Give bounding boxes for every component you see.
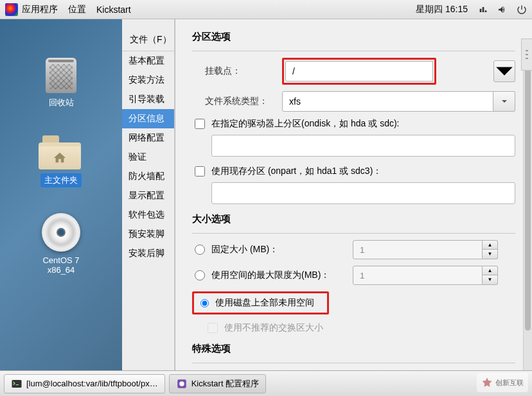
desktop-icon-disc[interactable]: CentOS 7 x86_64 — [29, 213, 93, 275]
radio-fixed[interactable] — [195, 245, 205, 255]
chevron-down-icon — [494, 61, 515, 82]
row-fixed: 固定大小 (MB)： ▲ ▼ — [192, 240, 515, 259]
mount-dropdown-button[interactable] — [493, 60, 515, 82]
disc-icon — [42, 213, 80, 252]
watermark-text: 创新互联 — [495, 378, 524, 388]
nav-list: 基本配置 安装方法 引导装载 分区信息 网络配置 验证 防火墙配 显示配置 软件… — [122, 51, 174, 263]
folder-icon — [39, 134, 84, 169]
task-kickstart[interactable]: Kickstart 配置程序 — [169, 374, 266, 393]
row-fs: 文件系统类型： — [192, 91, 515, 112]
fixed-spin-down[interactable]: ▼ — [483, 250, 498, 259]
row-mount: 挂载点： — [192, 58, 515, 85]
chk-ondisk[interactable] — [195, 119, 205, 129]
svg-rect-3 — [12, 380, 22, 388]
file-menu[interactable]: 文件（F） — [122, 19, 174, 51]
taskbar: [lum@localhost:var/lib/tftpboot/px… Kick… — [0, 370, 532, 396]
home-icon — [53, 151, 67, 165]
max-spin-down[interactable]: ▼ — [483, 275, 498, 285]
power-icon[interactable] — [517, 4, 527, 15]
task-terminal-label: [lum@localhost:var/lib/tftpboot/px… — [26, 379, 158, 388]
highlight-mount — [282, 58, 436, 85]
menu-applications[interactable]: 应用程序 — [22, 4, 58, 15]
trash-icon — [46, 58, 76, 93]
nav-basic[interactable]: 基本配置 — [122, 51, 174, 71]
top-panel: 应用程序 位置 Kickstart 星期四 16:15 — [0, 0, 532, 19]
onpart-input[interactable] — [211, 182, 515, 204]
scroll-thumb[interactable] — [525, 48, 531, 331]
nav-prescript[interactable]: 预安装脚 — [122, 225, 174, 244]
task-terminal[interactable]: [lum@localhost:var/lib/tftpboot/px… — [4, 374, 165, 393]
activities-icon[interactable] — [5, 3, 18, 16]
section-size-title: 大小选项 — [192, 213, 515, 225]
watermark-icon — [481, 377, 493, 388]
network-icon[interactable] — [478, 4, 488, 15]
nav-display[interactable]: 显示配置 — [122, 186, 174, 205]
fixed-spin-up[interactable]: ▲ — [483, 240, 498, 250]
nav-partition[interactable]: 分区信息 — [122, 109, 174, 128]
highlight-all-space: 使用磁盘上全部未用空间 — [192, 291, 329, 314]
home-label: 主文件夹 — [40, 173, 82, 187]
terminal-icon — [11, 378, 22, 390]
svg-rect-2 — [526, 58, 528, 59]
radio-fixed-label: 固定大小 (MB)： — [211, 244, 353, 255]
system-tray — [478, 4, 527, 15]
nav-packages[interactable]: 软件包选 — [122, 205, 174, 225]
radio-max-label: 使用空间的最大限度为(MB)： — [211, 270, 353, 281]
chk-onpart[interactable] — [195, 166, 205, 176]
radio-all-space[interactable] — [200, 299, 209, 307]
watermark: 创新互联 — [477, 373, 528, 392]
radio-max[interactable] — [195, 270, 205, 280]
disc-label: CentOS 7 x86_64 — [29, 255, 93, 275]
nav-postscript[interactable]: 安装后脚 — [122, 244, 174, 263]
drag-handle-icon — [524, 49, 529, 60]
row-swap: 使用不推荐的交换区大小 — [205, 322, 515, 334]
side-tab-indicator[interactable] — [521, 39, 532, 71]
mount-label: 挂载点： — [205, 65, 282, 77]
menu-appname[interactable]: Kickstart — [96, 4, 131, 15]
row-ondisk: 在指定的驱动器上分区(ondisk，如 hda 或 sdc): — [192, 118, 515, 130]
chevron-down-icon — [501, 98, 508, 105]
row-onpart: 使用现存分区 (onpart，如 hda1 或 sdc3)： — [192, 166, 515, 177]
chk-onpart-label: 使用现存分区 (onpart，如 hda1 或 sdc3)： — [211, 166, 382, 177]
clock[interactable]: 星期四 16:15 — [416, 4, 468, 15]
svg-rect-1 — [526, 54, 528, 55]
separator — [192, 363, 515, 363]
kickstart-icon — [176, 378, 188, 390]
desktop: 回收站 主文件夹 CentOS 7 x86_64 — [0, 19, 122, 370]
max-spin-up[interactable]: ▲ — [483, 266, 498, 275]
menu-places[interactable]: 位置 — [68, 4, 86, 15]
nav-install[interactable]: 安装方法 — [122, 71, 174, 90]
task-kickstart-label: Kickstart 配置程序 — [191, 378, 259, 390]
svg-rect-0 — [526, 50, 528, 51]
volume-icon[interactable] — [497, 4, 508, 15]
nav-firewall[interactable]: 防火墙配 — [122, 167, 174, 186]
nav-auth[interactable]: 验证 — [122, 148, 174, 167]
ondisk-input[interactable] — [211, 135, 515, 157]
partition-dialog: 分区选项 挂载点： 文件系统类型： — [175, 19, 532, 370]
chk-swap-label: 使用不推荐的交换区大小 — [224, 322, 323, 334]
fs-input[interactable] — [282, 91, 493, 112]
desktop-icon-home[interactable]: 主文件夹 — [29, 134, 93, 187]
chk-ondisk-label: 在指定的驱动器上分区(ondisk，如 hda 或 sdc): — [211, 118, 400, 130]
fs-dropdown-button[interactable] — [493, 91, 515, 112]
radio-all-label: 使用磁盘上全部未用空间 — [215, 297, 314, 309]
dialog-scrollbar[interactable] — [523, 48, 532, 370]
svg-point-5 — [179, 381, 184, 386]
section-partition-title: 分区选项 — [192, 31, 515, 43]
mount-input[interactable] — [285, 61, 433, 82]
desktop-icon-trash[interactable]: 回收站 — [29, 58, 93, 108]
trash-label: 回收站 — [29, 97, 93, 108]
nav-network[interactable]: 网络配置 — [122, 128, 174, 148]
chk-swap — [208, 323, 218, 333]
row-max: 使用空间的最大限度为(MB)： ▲ ▼ — [192, 266, 515, 285]
fs-label: 文件系统类型： — [205, 96, 282, 107]
max-value-input[interactable] — [353, 266, 483, 285]
window-sidebar: 文件（F） 基本配置 安装方法 引导装载 分区信息 网络配置 验证 防火墙配 显… — [122, 19, 175, 370]
nav-boot[interactable]: 引导装载 — [122, 90, 174, 109]
separator — [192, 233, 515, 234]
kickstart-window: 文件（F） 基本配置 安装方法 引导装载 分区信息 网络配置 验证 防火墙配 显… — [122, 19, 532, 370]
separator — [192, 51, 515, 51]
section-special-title: 特殊选项 — [192, 343, 515, 355]
fixed-value-input[interactable] — [353, 240, 483, 259]
